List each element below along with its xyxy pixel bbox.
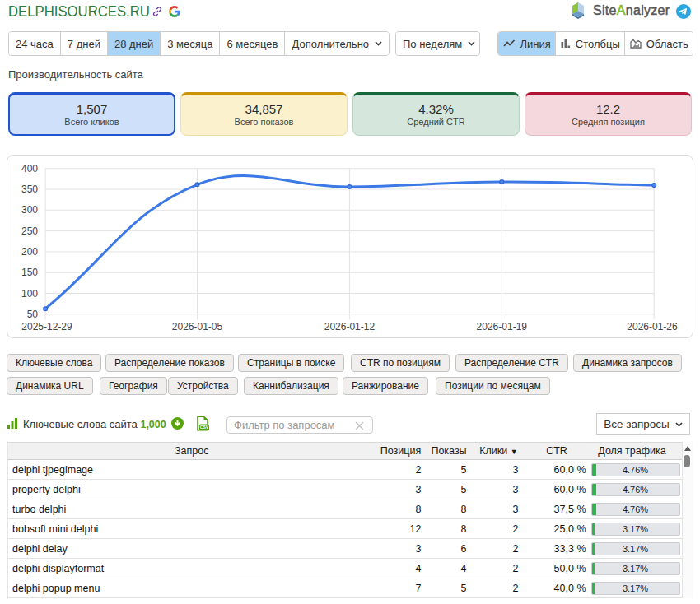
svg-text:CSV: CSV: [200, 425, 209, 430]
svg-text:300: 300: [21, 204, 38, 216]
svg-text:100: 100: [21, 288, 38, 300]
svg-text:350: 350: [21, 184, 38, 195]
svg-text:400: 400: [21, 163, 38, 174]
svg-text:50: 50: [27, 309, 39, 320]
svg-text:200: 200: [21, 246, 38, 258]
svg-text:2025-12-29: 2025-12-29: [21, 321, 72, 332]
svg-text:2026-01-12: 2026-01-12: [324, 321, 376, 332]
svg-text:2026-01-26: 2026-01-26: [627, 321, 678, 332]
svg-text:2026-01-05: 2026-01-05: [172, 321, 223, 332]
svg-text:150: 150: [21, 267, 38, 278]
svg-text:250: 250: [21, 225, 38, 237]
svg-text:2026-01-19: 2026-01-19: [477, 321, 528, 332]
